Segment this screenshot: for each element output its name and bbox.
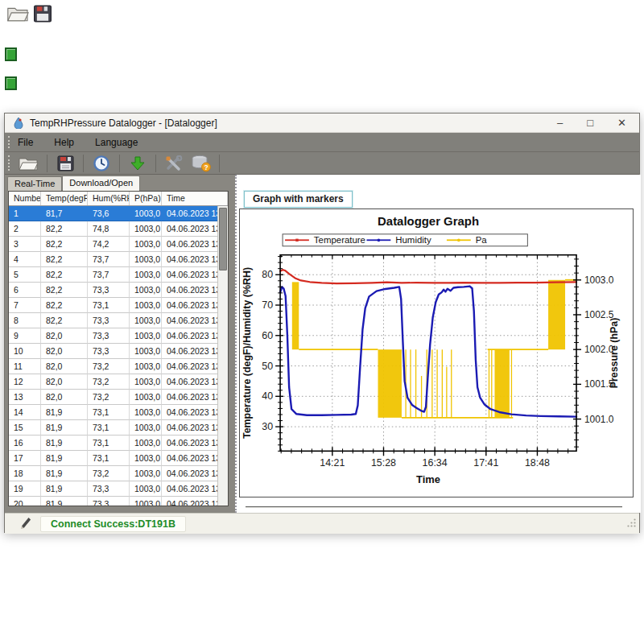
table-cell: 74,2 xyxy=(88,237,130,252)
tab-strip: Real-Time Download/Open xyxy=(7,175,140,191)
table-row[interactable]: 1581,973,11003,004.06.2023 13... xyxy=(9,420,228,436)
table-row[interactable]: 1182,073,21003,004.06.2023 13... xyxy=(9,359,228,374)
table-cell: 13 xyxy=(9,390,41,405)
close-button[interactable]: ✕ xyxy=(617,114,626,132)
toolbar-separator xyxy=(47,155,47,172)
green-led-icon xyxy=(5,47,17,61)
svg-text:?: ? xyxy=(204,163,208,171)
menu-file[interactable]: File xyxy=(18,137,33,148)
graph-with-markers-button[interactable]: Graph with markers xyxy=(244,191,353,208)
table-cell: 1003,0 xyxy=(130,237,162,252)
menubar: File Help Language xyxy=(5,133,639,152)
data-table: NumberTemp(degF)Hum(%RH)P(hPa)Time 181,7… xyxy=(8,191,229,506)
legend-label: Humidity xyxy=(395,235,431,245)
table-cell: 73,2 xyxy=(88,374,130,390)
table-cell: 1003,0 xyxy=(130,466,162,481)
svg-text:80: 80 xyxy=(262,269,273,280)
table-cell: 82,2 xyxy=(41,298,88,313)
column-header-0[interactable]: Number xyxy=(9,192,41,205)
chart-container: 14:2115:2816:3417:4118:48304050607080100… xyxy=(239,208,634,497)
table-row[interactable]: 1681,973,11003,004.06.2023 13... xyxy=(9,436,228,451)
database-help-button[interactable]: ? xyxy=(190,154,213,173)
svg-text:18:48: 18:48 xyxy=(525,457,550,469)
minimize-button[interactable]: – xyxy=(557,114,563,132)
toolbar-gripper[interactable] xyxy=(8,155,10,171)
column-header-2[interactable]: Hum(%RH) xyxy=(88,192,130,205)
table-cell: 1003,0 xyxy=(130,221,162,237)
table-cell: 16 xyxy=(9,436,41,451)
table-row[interactable]: 181,773,61003,004.06.2023 13... xyxy=(9,206,228,221)
table-row[interactable]: 1781,973,11003,004.06.2023 13... xyxy=(9,451,228,466)
table-cell: 1003,0 xyxy=(130,451,162,466)
table-row[interactable]: 1481,973,11003,004.06.2023 13... xyxy=(9,405,228,420)
right-axis-title: Pressure (hPa) xyxy=(609,318,620,389)
table-row[interactable]: 1282,073,21003,004.06.2023 13... xyxy=(9,374,228,390)
table-row[interactable]: 582,273,71003,004.06.2023 13... xyxy=(9,267,228,283)
resize-grip[interactable] xyxy=(626,517,637,531)
table-cell: 73,3 xyxy=(88,497,130,506)
menu-help[interactable]: Help xyxy=(54,137,74,148)
left-axis-title: Temperature (degF)/Humidity (%RH) xyxy=(242,267,253,439)
table-row[interactable]: 2081,973,31003,004.06.2023 13... xyxy=(9,497,228,506)
menu-language[interactable]: Language xyxy=(95,137,138,148)
table-cell: 73,3 xyxy=(88,283,130,298)
toolbar-separator xyxy=(219,155,220,172)
table-row[interactable]: 282,274,81003,004.06.2023 13... xyxy=(9,221,228,237)
table-cell: 73,1 xyxy=(88,298,130,313)
legend-label: Pa xyxy=(476,235,488,245)
table-cell: 82,2 xyxy=(41,267,88,283)
table-cell: 73,7 xyxy=(88,267,130,283)
column-header-1[interactable]: Temp(degF) xyxy=(41,192,88,205)
tab-real-time[interactable]: Real-Time xyxy=(7,176,62,191)
table-cell: 81,9 xyxy=(41,420,88,436)
table-cell: 81,9 xyxy=(41,451,88,466)
table-row[interactable]: 1082,073,31003,004.06.2023 13... xyxy=(9,344,228,359)
table-header: NumberTemp(degF)Hum(%RH)P(hPa)Time xyxy=(9,192,228,206)
download-arrow-button[interactable] xyxy=(126,154,149,173)
svg-text:17:41: 17:41 xyxy=(473,457,498,469)
toolbar-separator xyxy=(155,155,156,172)
table-body: 181,773,61003,004.06.2023 13...282,274,8… xyxy=(9,206,228,506)
table-row[interactable]: 382,274,21003,004.06.2023 13... xyxy=(9,237,228,252)
svg-text:60: 60 xyxy=(262,330,273,341)
open-folder-button[interactable] xyxy=(18,154,40,173)
table-scrollbar[interactable] xyxy=(217,206,228,506)
maximize-button[interactable]: □ xyxy=(587,114,593,132)
table-cell: 81,9 xyxy=(41,466,88,481)
table-cell: 17 xyxy=(9,451,41,466)
table-cell: 14 xyxy=(9,405,41,420)
table-row[interactable]: 482,273,71003,004.06.2023 13... xyxy=(9,252,228,267)
table-row[interactable]: 682,273,31003,004.06.2023 13... xyxy=(9,283,228,298)
table-row[interactable]: 782,273,11003,004.06.2023 13... xyxy=(9,298,228,313)
table-cell: 1003,0 xyxy=(130,390,162,405)
table-cell: 20 xyxy=(9,497,41,506)
table-row[interactable]: 1981,973,31003,004.06.2023 13... xyxy=(9,481,228,497)
table-cell: 2 xyxy=(9,221,41,237)
svg-text:30: 30 xyxy=(262,421,273,432)
settings-tools-button[interactable] xyxy=(163,154,185,173)
history-clock-button[interactable] xyxy=(90,154,113,173)
table-cell: 73,1 xyxy=(88,420,130,436)
menubar-gripper[interactable] xyxy=(8,136,10,148)
scrollbar-thumb[interactable] xyxy=(219,208,227,270)
table-cell: 82,0 xyxy=(41,344,88,359)
horizontal-divider xyxy=(246,506,622,508)
tab-download-open[interactable]: Download/Open xyxy=(62,175,140,191)
table-row[interactable]: 1382,073,21003,004.06.2023 13... xyxy=(9,390,228,405)
table-cell: 15 xyxy=(9,420,41,436)
table-cell: 1003,0 xyxy=(130,313,162,328)
desktop-artifact-icons xyxy=(6,5,52,26)
table-row[interactable]: 882,273,31003,004.06.2023 13... xyxy=(9,313,228,328)
column-header-4[interactable]: Time xyxy=(162,192,228,205)
table-cell: 1003,0 xyxy=(130,405,162,420)
column-header-3[interactable]: P(hPa) xyxy=(130,192,162,205)
titlebar[interactable]: TempRHPressure Datalogger - [Datalogger]… xyxy=(5,114,639,133)
connection-pen-icon xyxy=(19,515,32,533)
table-cell: 1003,0 xyxy=(130,497,162,506)
table-cell: 73,1 xyxy=(88,405,130,420)
table-row[interactable]: 1881,973,21003,004.06.2023 13... xyxy=(9,466,228,481)
save-button[interactable] xyxy=(54,154,76,173)
table-cell: 81,9 xyxy=(41,405,88,420)
table-row[interactable]: 982,073,31003,004.06.2023 13... xyxy=(9,328,228,344)
app-window: TempRHPressure Datalogger - [Datalogger]… xyxy=(4,113,640,533)
